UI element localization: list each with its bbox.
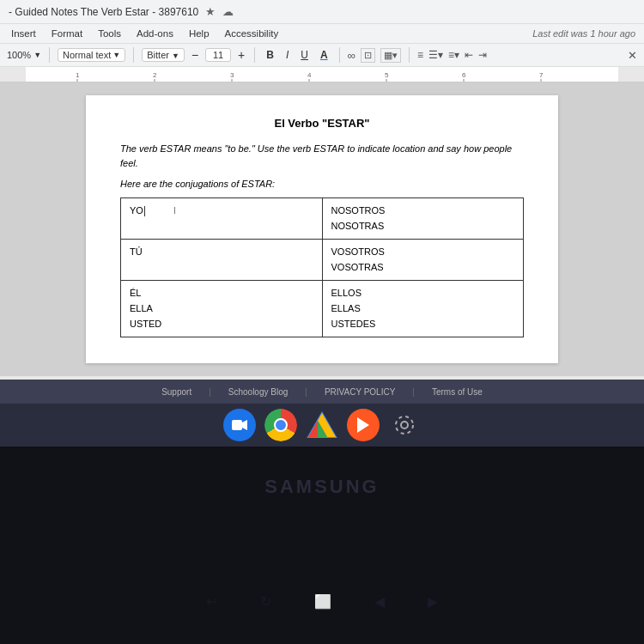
footer-schoology-blog[interactable]: Schoology Blog [228, 387, 289, 397]
table-row: ÉL ELLA USTED ELLOS ELLAS USTEDES [121, 281, 524, 337]
settings-svg [393, 414, 416, 436]
play-svg [354, 416, 373, 434]
last-edit-text: Last edit was 1 hour ago [532, 28, 635, 39]
document-intro: The verb ESTAR means "to be." Use the ve… [120, 142, 524, 170]
keyboard-area: ↩ ↻ ⬜ ◀ ▶ [0, 593, 644, 610]
font-selector[interactable]: Bitter ▼ [142, 48, 185, 62]
cell-vosotros: VOSOTROS VOSOTRAS [322, 240, 524, 281]
font-size-increase-button[interactable]: + [236, 48, 246, 62]
footer-sep-2: | [305, 387, 307, 397]
svg-text:1: 1 [76, 71, 80, 79]
title-bar: - Guided Notes The Verb Estar - 3897610 … [0, 0, 644, 24]
zoom-arrow-icon: ▼ [33, 51, 41, 59]
toolbar-divider-4 [339, 47, 340, 63]
menu-item-format[interactable]: Format [49, 27, 85, 40]
dock-settings-icon[interactable] [388, 409, 421, 441]
link-icon[interactable]: ∞ [348, 49, 355, 62]
indent-more-icon[interactable]: ⇥ [478, 49, 487, 61]
dock-play-icon[interactable] [347, 409, 380, 441]
toolbar-divider-3 [254, 47, 255, 63]
cell-ellos-ellas-ustedes: ELLOS ELLAS USTEDES [322, 281, 524, 337]
toolbar: 100% ▼ Normal text ▼ Bitter ▼ − 11 + B I… [0, 44, 644, 67]
zoom-value: 100% [7, 50, 31, 60]
font-arrow-icon: ▼ [172, 52, 179, 60]
line-spacing-icon[interactable]: ☰▾ [428, 49, 443, 61]
cell-yo[interactable]: YO I [121, 198, 323, 240]
svg-marker-21 [357, 417, 369, 433]
key-back-icon: ↩ [206, 593, 217, 610]
ruler: 1 2 3 4 5 6 7 [0, 67, 644, 82]
ellos-line: ELLOS [331, 286, 515, 301]
screen: - Guided Notes The Verb Estar - 3897610 … [0, 0, 644, 412]
dock-drive-icon[interactable] [306, 409, 338, 441]
align-left-icon[interactable]: ≡ [417, 49, 423, 61]
document-subtitle: Here are the conjugations of ESTAR: [120, 179, 524, 189]
dock-google-meet-icon[interactable] [223, 409, 256, 441]
conjugation-table: YO I NOSOTROS NOSOTRAS TÚ VOSOTROS VOSOT… [120, 197, 524, 337]
svg-marker-15 [242, 420, 247, 430]
menu-item-tools[interactable]: Tools [95, 27, 124, 40]
menu-item-accessibility[interactable]: Accessibility [222, 27, 282, 40]
svg-text:7: 7 [539, 71, 544, 79]
svg-text:2: 2 [153, 71, 157, 79]
document-area[interactable]: El Verbo "ESTAR" The verb ESTAR means "t… [0, 82, 644, 376]
cloud-icon[interactable]: ☁ [222, 5, 234, 18]
footer-sep-3: | [412, 387, 415, 397]
font-value: Bitter [147, 50, 169, 60]
el-line: ÉL [130, 286, 313, 301]
svg-rect-14 [232, 420, 242, 430]
underline-button[interactable]: U [297, 48, 312, 62]
table-row: YO I NOSOTROS NOSOTRAS [121, 198, 524, 240]
image-icon[interactable]: ⊡ [361, 48, 375, 63]
browser-footer: Support | Schoology Blog | PRIVACY POLIC… [0, 380, 644, 404]
indent-less-icon[interactable]: ⇤ [465, 49, 473, 61]
footer-privacy-policy[interactable]: PRIVACY POLICY [325, 387, 395, 397]
menu-item-insert[interactable]: Insert [9, 27, 39, 40]
center-marker: I [173, 206, 176, 216]
menu-item-addons[interactable]: Add-ons [134, 27, 176, 40]
chrome-outer-ring [264, 409, 297, 441]
usted-line: USTED [130, 317, 313, 332]
taskbar [0, 404, 644, 447]
italic-button[interactable]: I [283, 48, 292, 62]
list-icon[interactable]: ≡▾ [448, 49, 459, 61]
toolbar-divider-2 [133, 47, 134, 63]
title-text: - Guided Notes The Verb Estar - 3897610 [9, 6, 198, 18]
dark-bottom-area: SAMSUNG ↩ ↻ ⬜ ◀ ▶ [0, 447, 644, 644]
svg-point-23 [396, 416, 413, 434]
font-size-decrease-button[interactable]: − [190, 48, 200, 62]
font-size-input[interactable]: 11 [205, 48, 231, 62]
meet-svg [229, 415, 250, 435]
vosotros-line2: VOSOTRAS [331, 260, 515, 276]
svg-text:3: 3 [230, 71, 234, 79]
footer-terms[interactable]: Terms of Use [432, 387, 483, 397]
font-size-value: 11 [213, 50, 223, 60]
cell-nosotros: NOSOTROS NOSOTRAS [322, 198, 524, 240]
svg-text:6: 6 [462, 71, 466, 79]
table-icon[interactable]: ▦▾ [380, 48, 401, 63]
zoom-control[interactable]: 100% ▼ [7, 50, 41, 60]
ella-line: ELLA [130, 301, 313, 317]
svg-point-22 [401, 422, 408, 428]
star-icon[interactable]: ★ [205, 5, 216, 18]
ruler-inner: 1 2 3 4 5 6 7 [26, 67, 618, 82]
ustedes-line: USTEDES [331, 317, 515, 332]
bold-button[interactable]: B [263, 48, 277, 62]
cell-el-ella-usted: ÉL ELLA USTED [121, 281, 323, 337]
ellas-line: ELLAS [331, 301, 515, 317]
footer-sep-1: | [209, 387, 211, 397]
key-screen-icon: ⬜ [314, 593, 331, 610]
close-icon[interactable]: ✕ [628, 49, 637, 62]
style-value: Normal text [63, 50, 111, 60]
text-cursor [144, 206, 145, 216]
footer-support[interactable]: Support [161, 387, 191, 397]
font-color-button[interactable]: A [317, 48, 331, 62]
menu-item-help[interactable]: Help [186, 27, 212, 40]
style-arrow-icon: ▼ [112, 51, 120, 59]
document-page: El Verbo "ESTAR" The verb ESTAR means "t… [86, 95, 558, 363]
style-dropdown[interactable]: Normal text ▼ [58, 48, 125, 62]
key-forward-icon: ▶ [428, 593, 438, 610]
vosotros-line1: VOSOTROS [331, 245, 515, 260]
dock-chrome-icon[interactable] [264, 409, 297, 441]
chrome-inner-circle [274, 418, 288, 432]
